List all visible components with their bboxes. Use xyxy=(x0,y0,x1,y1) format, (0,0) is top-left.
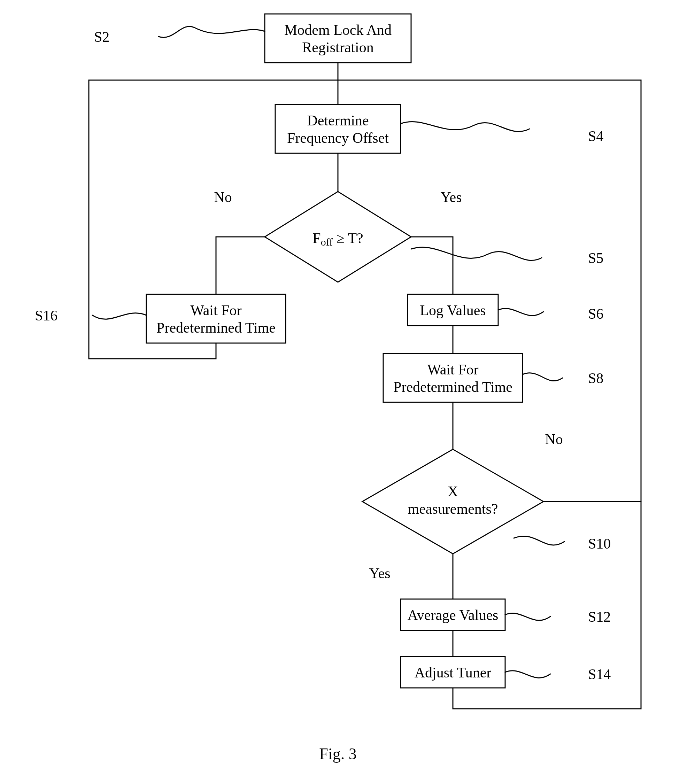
diamond-s10-line2: measurements? xyxy=(408,501,498,517)
callout-s12-label: S12 xyxy=(588,609,611,625)
box-s12-text: Average Values xyxy=(408,607,499,623)
callout-s12-squiggle xyxy=(505,613,550,620)
box-s6-text: Log Values xyxy=(420,302,486,318)
callout-s4-squiggle xyxy=(401,122,530,131)
box-s4-line1: Determine xyxy=(307,112,369,128)
box-s2-line1: Modem Lock And xyxy=(284,22,392,38)
callout-s16-label: S16 xyxy=(35,308,58,324)
callout-s2-label: S2 xyxy=(94,29,109,45)
box-s4 xyxy=(275,104,401,153)
callout-s2-squiggle xyxy=(158,26,265,38)
callout-s6-label: S6 xyxy=(588,306,603,322)
callout-s8-squiggle xyxy=(522,373,563,381)
callout-s4-label: S4 xyxy=(588,128,603,144)
callout-s10-label: S10 xyxy=(588,536,611,552)
branch-no-s10: No xyxy=(545,431,563,447)
callout-s14-squiggle xyxy=(505,671,550,678)
flowchart: Modem Lock And Registration S2 Determine… xyxy=(0,0,695,784)
edge-s5-no xyxy=(216,237,265,294)
figure-caption: Fig. 3 xyxy=(319,745,356,763)
branch-no-s5: No xyxy=(214,189,232,205)
callout-s8-label: S8 xyxy=(588,370,603,386)
box-s16-line2: Predetermined Time xyxy=(156,320,275,336)
box-s4-line2: Frequency Offset xyxy=(287,130,389,146)
branch-yes-s10: Yes xyxy=(369,565,390,581)
box-s8-line2: Predetermined Time xyxy=(393,379,512,395)
diamond-s5-text: Foff ≥ T? xyxy=(313,230,363,248)
callout-s10-squiggle xyxy=(514,536,564,545)
branch-yes-s5: Yes xyxy=(440,189,461,205)
callout-s5-label: S5 xyxy=(588,250,603,266)
diamond-s10-line1: X xyxy=(448,483,458,499)
edge-s5-yes xyxy=(411,237,453,294)
box-s16-line1: Wait For xyxy=(190,302,241,318)
box-s2 xyxy=(265,14,411,63)
callout-s14-label: S14 xyxy=(588,666,611,682)
box-s8-line1: Wait For xyxy=(427,362,478,377)
callout-s6-squiggle xyxy=(498,309,543,316)
callout-s16-squiggle xyxy=(92,313,146,320)
callout-s5-squiggle xyxy=(411,247,542,260)
box-s14-text: Adjust Tuner xyxy=(415,665,492,680)
box-s2-line2: Registration xyxy=(302,40,374,55)
box-s8 xyxy=(383,354,522,402)
box-s16 xyxy=(146,294,286,343)
